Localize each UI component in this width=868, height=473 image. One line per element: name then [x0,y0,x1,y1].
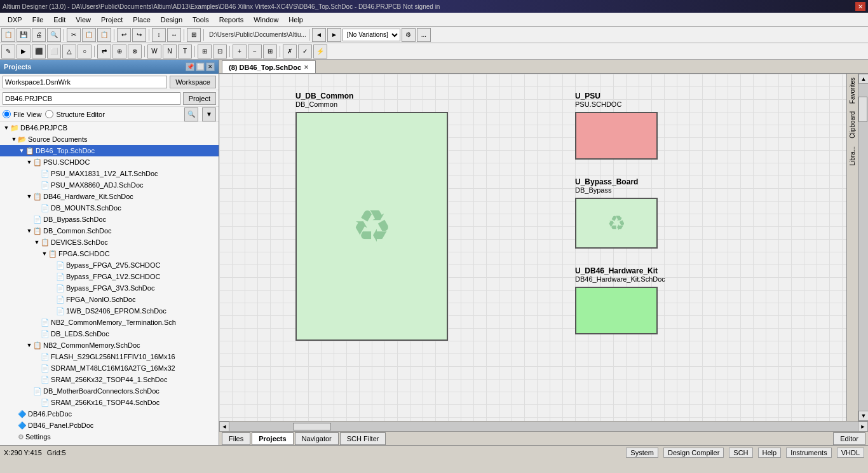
menu-item-help[interactable]: Help [283,15,308,25]
tree-item[interactable]: 📄DB_LEDS.SchDoc [0,328,219,339]
tree-expand-btn[interactable]: ▼ [25,193,33,200]
menu-item-edit[interactable]: Edit [48,15,71,25]
tree-expand-btn[interactable] [33,364,41,372]
menu-item-window[interactable]: Window [248,15,283,25]
bottom-tab-files[interactable]: Files [222,432,250,445]
tree-expand-btn[interactable] [33,181,41,189]
redo-button[interactable]: ↪ [132,28,146,42]
status-vhdl[interactable]: VHDL [837,448,864,458]
file-view-radio-input[interactable] [3,110,11,118]
tree-item[interactable]: 📄SDRAM_MT48LC16M16A2TG_16Mx32 [0,362,219,374]
tree-expand-btn[interactable] [48,261,56,269]
vertical-scrollbar[interactable]: ▲ ▼ [858,74,868,421]
panel-filter-button[interactable]: 🔍 [184,107,198,121]
toolbar-btn-9[interactable]: ↔ [167,28,181,42]
struct-editor-radio-input[interactable] [45,110,53,118]
workspace-button[interactable]: Workspace [170,76,216,88]
block-box-u_psu[interactable] [575,112,658,160]
bottom-tab-sch-filter[interactable]: SCH Filter [340,432,386,445]
schematic-block-u_psu[interactable]: U_PSUPSU.SCHDOC [575,112,658,160]
tree-item[interactable]: 📄1WB_DS2406_EPROM.SchDoc [0,305,219,317]
schematic-block-u_bypass_board[interactable]: U_Bypass_BoardDB_Bypass♻ [575,198,658,249]
schematic-block-u_db_common[interactable]: U_DB_CommonDB_Common♻ [295,112,448,341]
toolbar-btn-3[interactable]: 🖨 [32,28,46,42]
toolbar2-btn-4[interactable]: ⬜ [47,45,61,58]
scroll-down-btn[interactable]: ▼ [858,411,868,421]
tree-expand-btn[interactable] [33,319,41,326]
toolbar2-btn-8[interactable]: ⊕ [112,45,126,58]
tree-item[interactable]: 📄DB_MOUNTS.SchDoc [0,202,219,214]
tree-expand-btn[interactable] [33,376,41,383]
toolbar-btn-11[interactable]: ⚙ [402,28,416,42]
status-sch[interactable]: SCH [729,448,752,458]
tree-expand-btn[interactable] [48,273,56,280]
toolbar-btn-nav-forward[interactable]: ► [327,28,341,42]
h-scroll-track[interactable] [229,422,858,431]
toolbar2-btn-6[interactable]: ○ [78,45,92,58]
toolbar2-btn-7[interactable]: ⇄ [97,45,111,58]
panel-pin-button[interactable]: 📌 [186,62,194,71]
tree-item[interactable]: 📄DB_Bypass.SchDoc [0,214,219,225]
tree-expand-btn[interactable] [25,387,33,395]
toolbar2-btn-17[interactable]: ⚡ [313,45,327,58]
tree-expand-btn[interactable]: ▼ [41,250,48,257]
tree-expand-btn[interactable]: ▼ [25,227,33,235]
tree-item[interactable]: 📄FLASH_S29GL256N11FFIV10_16Mx16 [0,351,219,362]
tree-expand-btn[interactable]: ▼ [10,135,18,143]
tree-item[interactable]: 🔷DB46_Panel.PcbDoc [0,420,219,431]
sidebar-tab-library[interactable]: Libra... [848,142,857,170]
tree-expand-btn[interactable]: ▼ [33,238,41,246]
tree-expand-btn[interactable]: ▼ [3,124,10,132]
tree-expand-btn[interactable]: ▼ [18,147,25,154]
status-system[interactable]: System [626,448,658,458]
tree-expand-btn[interactable]: ▼ [25,341,33,349]
close-button[interactable]: ✕ [855,2,865,11]
tree-item[interactable]: ▼📋NB2_CommonMemory.SchDoc [0,339,219,351]
tree-item[interactable]: ▼📋FPGA.SCHDOC [0,248,219,259]
tree-item[interactable]: ⚙Settings [0,431,219,442]
tree-item[interactable]: 📄NB2_CommonMemory_Termination.Sch [0,317,219,328]
zoom-in-button[interactable]: + [233,45,247,58]
tree-item[interactable]: 📄DB_MotherBoardConnectors.SchDoc [0,385,219,397]
toolbar2-btn-9[interactable]: ⊗ [128,45,142,58]
toolbar2-btn-14[interactable]: ⊡ [213,45,227,58]
toolbar-btn-10[interactable]: ⊞ [187,28,201,42]
toolbar2-btn-2[interactable]: ▶ [17,45,31,58]
toolbar-btn-7[interactable]: 📋 [97,28,111,42]
toolbar2-btn-10[interactable]: W [147,45,161,58]
tree-item[interactable]: 📄Bypass_FPGA_2V5.SCHDOC [0,259,219,271]
tree-expand-btn[interactable] [33,170,41,177]
tree-expand-btn[interactable]: ▼ [25,158,33,166]
menu-item-view[interactable]: View [71,15,96,25]
tree-expand-btn[interactable] [10,422,18,429]
block-box-u_db_common[interactable]: ♻ [295,112,448,341]
menu-item-project[interactable]: Project [96,15,128,25]
tree-item[interactable]: ▼📋DB46_Hardware_Kit.SchDoc [0,191,219,202]
panel-close-button[interactable]: ✕ [206,62,215,71]
tree-item[interactable]: 📄PSU_MAX8860_ADJ.SchDoc [0,179,219,191]
bottom-tab-editor[interactable]: Editor [833,432,865,445]
panel-float-button[interactable]: ⬜ [196,62,205,71]
toolbar2-btn-12[interactable]: T [178,45,192,58]
tree-item[interactable]: 🔷DB46.PcbDoc [0,408,219,420]
toolbar2-btn-1[interactable]: ✎ [1,45,15,58]
menu-item-tools[interactable]: Tools [187,15,214,25]
toolbar-btn-12[interactable]: ... [417,28,431,42]
tree-item[interactable]: ▼📋DEVICES.SchDoc [0,236,219,248]
sidebar-tab-clipboard[interactable]: Clipboard [848,107,857,142]
bottom-tab-navigator[interactable]: Navigator [295,432,339,445]
schematic-canvas[interactable]: U_DB_CommonDB_Common♻U_PSUPSU.SCHDOCU_By… [219,74,868,421]
status-instruments[interactable]: Instruments [786,448,831,458]
tree-item[interactable]: ▼📋DB46_Top.SchDoc [0,145,219,156]
undo-button[interactable]: ↩ [117,28,131,42]
tree-expand-btn[interactable] [10,410,18,418]
tree-item[interactable]: 📄FPGA_NonIO.SchDoc [0,294,219,305]
scroll-right-btn[interactable]: ► [858,422,868,432]
tree-item[interactable]: 📄Bypass_FPGA_1V2.SCHDOC [0,271,219,282]
menu-item-dxp[interactable]: DXP [3,15,27,25]
menu-item-place[interactable]: Place [128,15,156,25]
toolbar-btn-6[interactable]: 📋 [82,28,96,42]
tree-expand-btn[interactable] [33,353,41,360]
status-design-compiler[interactable]: Design Compiler [663,448,724,458]
tree-item[interactable]: 📄SRAM_256Kx16_TSOP44.SchDoc [0,397,219,408]
